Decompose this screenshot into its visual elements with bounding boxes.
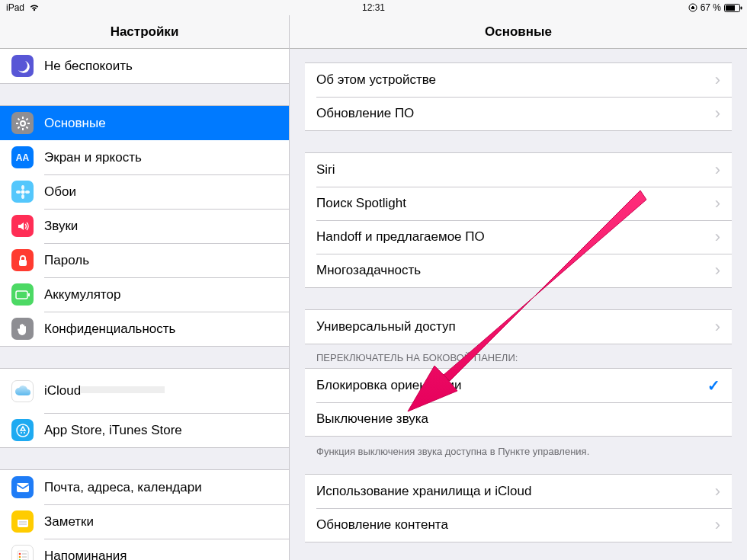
status-right: 67 % — [688, 2, 742, 13]
sidebar-item-label: App Store, iTunes Store — [44, 423, 182, 437]
svg-point-15 — [21, 194, 24, 199]
detail-row-label: Обновление ПО — [316, 106, 414, 121]
sidebar-item-battery[interactable]: Аккумулятор — [0, 277, 289, 312]
battery-icon — [724, 4, 742, 12]
sidebar-item-label: Напоминания — [44, 549, 127, 561]
sidebar-item-dnd[interactable]: Не беспокоить — [0, 49, 289, 83]
detail-pane: Основные Об этом устройстве›Обновление П… — [290, 15, 747, 560]
svg-line-10 — [26, 126, 27, 128]
sidebar-item-appstore[interactable]: App Store, iTunes Store — [0, 413, 289, 447]
svg-point-29 — [18, 555, 21, 558]
split-view: Настройки Не беспокоитьОсновныеAAЭкран и… — [0, 15, 747, 560]
svg-rect-20 — [28, 293, 30, 296]
wifi-icon — [29, 4, 40, 11]
appstore-icon — [11, 419, 34, 441]
detail-row-label: Поиск Spotlight — [316, 196, 406, 211]
battery-percent: 67 % — [701, 2, 721, 13]
sidebar-item-label: Не беспокоить — [44, 59, 133, 73]
chevron-right-icon: › — [715, 317, 720, 337]
checkmark-icon: ✓ — [707, 376, 720, 395]
detail-row-spotlight[interactable]: Поиск Spotlight› — [305, 187, 732, 220]
sidebar-item-icloud[interactable]: iCloud — [0, 369, 289, 413]
chevron-right-icon: › — [715, 160, 720, 180]
svg-line-11 — [18, 126, 19, 128]
sidebar-item-notes[interactable]: Заметки — [0, 504, 289, 539]
notes-icon — [11, 510, 34, 533]
svg-point-16 — [16, 190, 21, 194]
sidebar-item-wallpaper[interactable]: Обои — [0, 174, 289, 209]
orientation-lock-icon — [688, 3, 697, 12]
sidebar-item-label: Основные — [44, 116, 106, 130]
svg-point-14 — [21, 185, 24, 190]
sidebar-item-passcode[interactable]: Пароль — [0, 243, 289, 277]
detail-row-bgrefresh[interactable]: Обновление контента› — [305, 508, 732, 542]
sidebar-item-label: Заметки — [44, 514, 94, 529]
mail-icon — [11, 476, 34, 498]
svg-rect-2 — [726, 5, 735, 11]
svg-point-28 — [18, 552, 21, 555]
svg-point-4 — [21, 121, 25, 126]
chevron-right-icon: › — [715, 227, 720, 247]
detail-row-accessibility[interactable]: Универсальный доступ› — [305, 310, 732, 344]
svg-rect-22 — [17, 483, 29, 492]
svg-rect-18 — [19, 260, 27, 266]
sidebar-item-sounds[interactable]: Звуки — [0, 209, 289, 243]
speaker-icon — [11, 215, 34, 237]
detail-row-mute[interactable]: Выключение звука — [305, 402, 732, 436]
svg-line-9 — [18, 118, 19, 120]
sidebar-item-sublabel — [81, 386, 165, 393]
chevron-right-icon: › — [715, 104, 720, 123]
detail-row-handoff[interactable]: Handoff и предлагаемое ПО› — [305, 220, 732, 254]
detail-row-multitask[interactable]: Многозадачность› — [305, 254, 732, 287]
chevron-right-icon: › — [715, 194, 720, 213]
sidebar-item-privacy[interactable]: Конфиденциальность — [0, 312, 289, 346]
sidebar-item-reminders[interactable]: Напоминания — [0, 539, 289, 560]
sidebar-item-general[interactable]: Основные — [0, 106, 289, 140]
detail-row-label: Handoff и предлагаемое ПО — [316, 229, 485, 245]
detail-row-label: Использование хранилища и iCloud — [316, 484, 531, 499]
svg-line-12 — [26, 118, 27, 120]
chevron-right-icon: › — [715, 482, 720, 501]
flower-icon — [11, 181, 34, 203]
sidebar-item-label: iCloud — [44, 383, 81, 398]
sidebar-item-label: Обои — [44, 184, 76, 199]
gear-icon — [11, 112, 34, 134]
sidebar-list[interactable]: Не беспокоитьОсновныеAAЭкран и яркостьОб… — [0, 49, 289, 560]
status-bar: iPad 12:31 67 % — [0, 0, 747, 15]
hand-icon — [11, 318, 34, 340]
status-left: iPad — [5, 2, 40, 13]
detail-row-label: Выключение звука — [316, 411, 428, 427]
cloud-icon — [11, 380, 34, 402]
device-label: iPad — [6, 2, 24, 13]
battery-icon — [11, 283, 34, 306]
moon-icon — [11, 55, 34, 77]
detail-row-label: Обновление контента — [316, 517, 448, 533]
sidebar-item-label: Экран и яркость — [44, 150, 142, 165]
svg-rect-24 — [18, 517, 28, 520]
sidebar-item-display[interactable]: AAЭкран и яркость — [0, 140, 289, 174]
sidebar-item-mail[interactable]: Почта, адреса, календари — [0, 470, 289, 504]
chevron-right-icon: › — [715, 261, 720, 280]
detail-row-update[interactable]: Обновление ПО› — [305, 97, 732, 130]
detail-row-storage[interactable]: Использование хранилища и iCloud› — [305, 475, 732, 508]
lock-icon — [11, 249, 34, 271]
detail-title: Основные — [290, 15, 747, 49]
sidebar-title: Настройки — [0, 15, 289, 49]
chevron-right-icon: › — [715, 70, 720, 90]
status-time: 12:31 — [362, 2, 385, 13]
svg-rect-3 — [741, 6, 742, 9]
sidebar-pane: Настройки Не беспокоитьОсновныеAAЭкран и… — [0, 15, 290, 560]
detail-row-lockrot[interactable]: Блокировка ориентации✓ — [305, 369, 732, 402]
svg-point-17 — [25, 190, 30, 194]
section-header: ПЕРЕКЛЮЧАТЕЛЬ НА БОКОВОЙ ПАНЕЛИ: — [290, 352, 747, 368]
reminders-icon — [11, 545, 34, 560]
detail-row-about[interactable]: Об этом устройстве› — [305, 63, 732, 97]
detail-list[interactable]: Об этом устройстве›Обновление ПО›Siri›По… — [290, 49, 747, 560]
sidebar-item-label: Почта, адреса, календари — [44, 480, 202, 494]
detail-row-siri[interactable]: Siri› — [305, 153, 732, 187]
chevron-right-icon: › — [715, 515, 720, 535]
detail-row-label: Siri — [316, 162, 335, 178]
AA-icon: AA — [11, 146, 34, 168]
sidebar-item-label: Аккумулятор — [44, 287, 120, 302]
sidebar-item-label: Конфиденциальность — [44, 322, 175, 336]
